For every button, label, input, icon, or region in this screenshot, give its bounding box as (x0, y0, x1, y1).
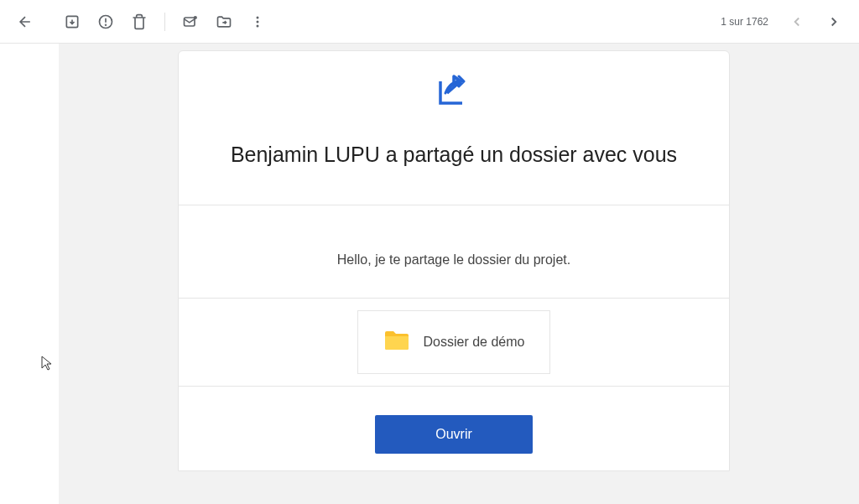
toolbar: 1 sur 1762 (0, 0, 859, 44)
toolbar-right: 1 sur 1762 (721, 5, 851, 39)
email-body-text: Hello, je te partage le dossier du proje… (212, 252, 695, 268)
archive-icon[interactable] (55, 5, 89, 39)
mark-unread-icon[interactable] (174, 5, 207, 39)
email-title: Benjamin LUPU a partagé un dossier avec … (212, 140, 695, 169)
page-counter: 1 sur 1762 (721, 16, 768, 28)
move-to-icon[interactable] (207, 5, 241, 39)
folder-icon (383, 330, 410, 355)
left-gutter (0, 44, 59, 504)
svg-point-8 (257, 24, 259, 27)
email-body-area: Benjamin LUPU a partagé un dossier avec … (0, 44, 859, 504)
svg-point-6 (257, 16, 259, 18)
back-icon[interactable] (8, 5, 42, 39)
share-icon (212, 75, 695, 108)
card-header: Benjamin LUPU a partagé un dossier avec … (179, 51, 729, 205)
card-body: Hello, je te partage le dossier du proje… (179, 205, 729, 299)
more-icon[interactable] (241, 5, 274, 39)
spam-icon[interactable] (89, 5, 122, 39)
email-card: Benjamin LUPU a partagé un dossier avec … (178, 50, 730, 471)
folder-label: Dossier de démo (424, 335, 525, 350)
open-button[interactable]: Ouvrir (375, 415, 533, 454)
toolbar-separator (164, 13, 165, 31)
svg-point-3 (106, 24, 107, 25)
folder-box[interactable]: Dossier de démo (357, 310, 551, 374)
button-section: Ouvrir (179, 387, 729, 470)
delete-icon[interactable] (122, 5, 156, 39)
svg-point-5 (194, 15, 197, 18)
toolbar-left (8, 5, 274, 39)
folder-section: Dossier de démo (179, 299, 729, 387)
next-icon[interactable] (817, 5, 851, 39)
prev-icon[interactable] (780, 5, 814, 39)
svg-point-7 (257, 20, 259, 23)
